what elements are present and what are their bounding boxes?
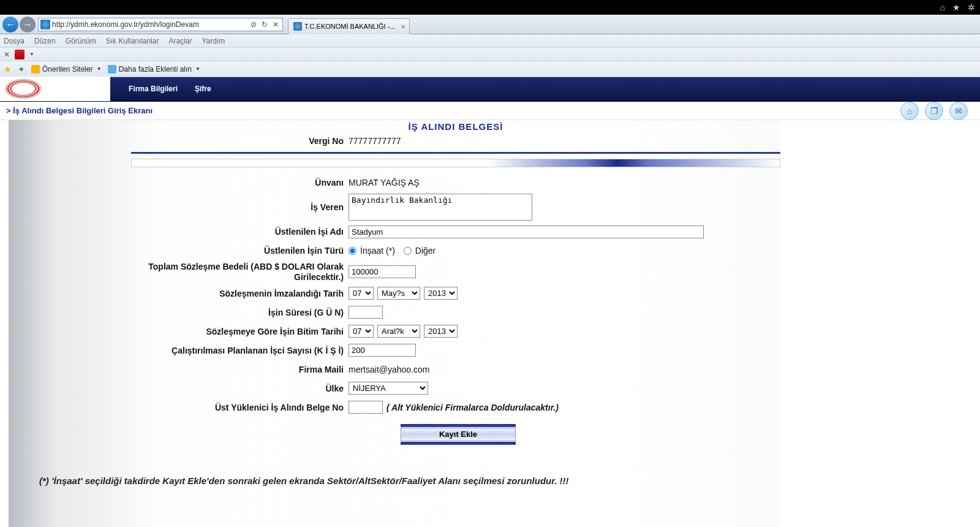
select-ulke[interactable]: NİJERYA (349, 382, 428, 395)
label-toplam-bedel: Toplam Sözleşme Bedeli (ABD $ DOLARI Ola… (131, 262, 349, 282)
back-button[interactable]: ← (2, 17, 18, 32)
label-ulke: Ülke (131, 384, 349, 393)
fav-icon (108, 65, 116, 74)
form-title: İŞ ALINDI BELGESİ (131, 120, 780, 133)
browser-menubar: Dosya Düzen Görünüm Sık Kullanılanlar Ar… (0, 34, 980, 48)
input-ustlenilen-isi-adi[interactable] (349, 226, 704, 238)
submit-area: Kayıt Ekle (401, 424, 516, 445)
tab-close-icon[interactable]: ✕ (401, 23, 405, 30)
radio-insaat-label: İnşaat (*) (360, 246, 395, 256)
page-action-icons: ⌂ ❐ ✉ (900, 102, 968, 120)
fav-label: Daha fazla Eklenti alın (119, 65, 192, 74)
label-vergi-no: Vergi No (131, 136, 349, 146)
label-soz-imza-tarih: Sözleşmenin İmzalandığı Tarih (131, 289, 349, 298)
tab-strip: T.C.EKONOMİ BAKANLIĞI -... ✕ (285, 15, 980, 34)
label-firma-maili: Firma Maili (131, 365, 349, 374)
select-imza-gun[interactable]: 07 (349, 287, 374, 300)
radio-diger-label: Diğer (415, 246, 435, 256)
input-is-veren[interactable] (349, 194, 532, 221)
browser-toolbar: ✕ ▼ (0, 48, 980, 61)
select-imza-yil[interactable]: 2013 (424, 287, 458, 300)
footnote: (*) 'İnşaat' seçildiği takdirde Kayıt Ek… (39, 476, 780, 486)
ie-page-icon (40, 20, 50, 29)
label-ust-yuklenici: Üst Yüklenici İş Alındı Belge No (131, 403, 349, 412)
close-url-icon[interactable]: ✕ (273, 20, 279, 29)
refresh-icon[interactable]: ↻ (262, 20, 268, 29)
chevron-down-icon: ▼ (195, 66, 200, 72)
tab-title: T.C.EKONOMİ BAKANLIĞI -... (304, 23, 396, 30)
favorites-bar: ★ ✦ Önerilen Siteler ▼ Daha fazla Eklent… (0, 61, 980, 77)
url-tools: ⊘ ↻ ✕ (247, 20, 282, 29)
label-unvani: Ünvanı (131, 178, 349, 188)
page-viewport: Firma Bilgileri Şifre İş Alındı Belgesi … (0, 77, 980, 527)
label-ustlenilen-isin-turu: Üstlenilen İşin Türü (131, 246, 349, 256)
fav-icon (31, 65, 40, 74)
app-menu: Firma Bilgileri Şifre (110, 85, 211, 93)
input-is-suresi[interactable] (349, 306, 383, 319)
menu-view[interactable]: Görünüm (66, 37, 96, 45)
menu-firma-bilgileri[interactable]: Firma Bilgileri (129, 85, 178, 93)
url-input[interactable] (52, 20, 247, 29)
menu-file[interactable]: Dosya (4, 37, 24, 45)
content-scroll[interactable]: İŞ ALINDI BELGESİ Vergi No 77777777777 Ü… (0, 120, 980, 527)
input-isci-sayisi[interactable] (349, 344, 416, 357)
breadcrumb: İş Alındı Belgesi Bilgileri Giriş Ekranı (6, 106, 153, 115)
app-logo (0, 77, 110, 101)
form-container: İŞ ALINDI BELGESİ Vergi No 77777777777 Ü… (9, 120, 780, 527)
fav-onerilen-siteler[interactable]: Önerilen Siteler ▼ (31, 65, 102, 74)
select-bitim-yil[interactable]: 2013 (424, 325, 458, 338)
home-page-icon[interactable]: ⌂ (900, 102, 919, 120)
select-bitim-ay[interactable]: Aral?k (377, 325, 420, 338)
mail-icon[interactable]: ✉ (949, 102, 968, 120)
toolbar-close-icon[interactable]: ✕ (4, 50, 10, 59)
radio-diger[interactable] (404, 247, 412, 255)
menu-edit[interactable]: Düzen (34, 37, 56, 45)
label-is-suresi: İşin Süresi (G Ü N) (131, 308, 349, 317)
favorites-star-icon[interactable]: ★ (952, 2, 960, 12)
tab-favicon-icon (293, 22, 302, 31)
add-favorite-plus-icon[interactable]: ✦ (18, 64, 25, 74)
value-firma-maili: mertsait@yahoo.com (349, 365, 429, 374)
breadcrumb-row: İş Alındı Belgesi Bilgileri Giriş Ekranı… (0, 102, 980, 120)
value-unvani: MURAT YAĞIŞ AŞ (349, 178, 420, 188)
browser-navbar: ← → ⊘ ↻ ✕ T.C.EKONOMİ BAKANLIĞI -... ✕ (0, 15, 980, 34)
menu-favorites[interactable]: Sık Kullanılanlar (106, 37, 159, 45)
documents-icon[interactable]: ❐ (925, 102, 943, 120)
select-bitim-gun[interactable]: 07 (349, 325, 374, 338)
menu-sifre[interactable]: Şifre (195, 85, 211, 93)
value-vergi-no: 77777777777 (349, 136, 401, 146)
app-topnav: Firma Bilgileri Şifre (0, 77, 980, 102)
add-favorite-icon[interactable]: ★ (4, 64, 12, 74)
settings-gear-icon[interactable]: ✲ (968, 2, 975, 12)
pdf-icon[interactable] (15, 50, 24, 59)
address-bar[interactable]: ⊘ ↻ ✕ (38, 18, 283, 31)
select-imza-ay[interactable]: May?s (377, 287, 420, 300)
chevron-down-icon: ▼ (97, 66, 102, 72)
hint-ust-yuklenici: ( Alt Yüklenici Firmalarca Doldurulacakt… (386, 403, 559, 412)
input-toplam-bedel[interactable] (349, 265, 416, 278)
label-ustlenilen-isi-adi: Üstlenilen İşi Adı (131, 227, 349, 237)
toolbar-dropdown-icon[interactable]: ▼ (29, 51, 34, 57)
seal-icon (5, 79, 42, 99)
input-ust-yuklenici[interactable] (349, 401, 383, 414)
menu-help[interactable]: Yardım (202, 37, 225, 45)
radio-insaat[interactable] (349, 247, 356, 255)
label-is-veren: İş Veren (131, 202, 349, 212)
fav-label: Önerilen Siteler (42, 65, 93, 74)
label-bitim-tarih: Sözleşmeye Göre İşin Bitim Tarihi (131, 327, 349, 336)
home-icon[interactable]: ⌂ (940, 2, 945, 12)
fav-daha-fazla-eklenti[interactable]: Daha fazla Eklenti alın ▼ (108, 65, 200, 74)
browser-titlebar: ⌂ ★ ✲ (0, 0, 980, 15)
stop-icon[interactable]: ⊘ (251, 20, 257, 29)
browser-tab[interactable]: T.C.EKONOMİ BAKANLIĞI -... ✕ (288, 18, 410, 34)
kayit-ekle-button[interactable]: Kayıt Ekle (401, 428, 516, 441)
menu-tools[interactable]: Araçlar (168, 37, 192, 45)
label-isci-sayisi: Çalıştırılması Planlanan İşci Sayısı (K … (131, 346, 349, 355)
forward-button[interactable]: → (20, 17, 36, 32)
